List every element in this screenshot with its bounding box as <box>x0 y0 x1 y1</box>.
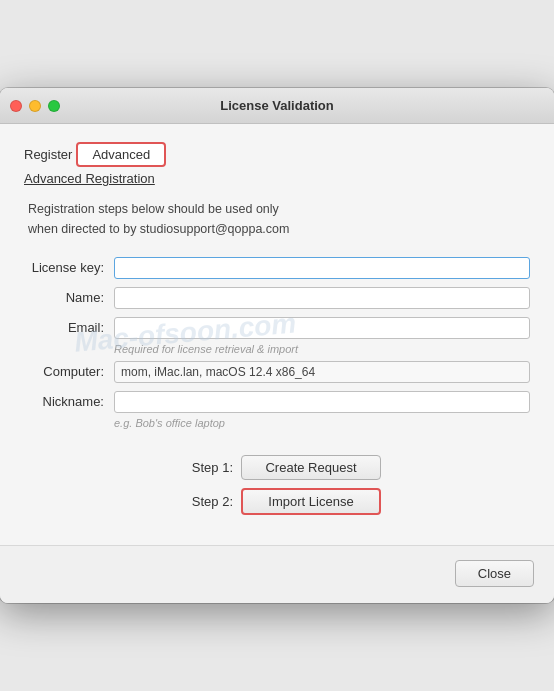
section-title: Advanced Registration <box>24 171 530 186</box>
license-key-input[interactable] <box>114 257 530 279</box>
register-label: Register <box>24 147 72 162</box>
maximize-traffic-light[interactable] <box>48 100 60 112</box>
step2-row: Step 2: Import License <box>173 488 381 515</box>
advanced-tab[interactable]: Advanced <box>76 142 166 167</box>
bottom-bar: Close <box>0 545 554 603</box>
form-container: Mac-ofsoon.com License key: Name: Email:… <box>24 257 530 439</box>
form-area: License key: Name: Email: Required for l… <box>24 257 530 439</box>
info-text: Registration steps below should be used … <box>24 200 530 239</box>
info-line1: Registration steps below should be used … <box>28 202 279 216</box>
computer-row: Computer: <box>24 361 530 383</box>
steps-area: Step 1: Create Request Step 2: Import Li… <box>24 455 530 515</box>
email-row: Email: <box>24 317 530 339</box>
nickname-label: Nickname: <box>24 394 114 409</box>
name-input[interactable] <box>114 287 530 309</box>
license-validation-window: License Validation Register Advanced Adv… <box>0 88 554 603</box>
name-label: Name: <box>24 290 114 305</box>
step1-label: Step 1: <box>173 460 233 475</box>
close-traffic-light[interactable] <box>10 100 22 112</box>
tabs-row: Register Advanced <box>24 142 530 167</box>
title-bar: License Validation <box>0 88 554 124</box>
step2-label: Step 2: <box>173 494 233 509</box>
main-content: Register Advanced Advanced Registration … <box>0 124 554 535</box>
window-title: License Validation <box>220 98 333 113</box>
license-key-row: License key: <box>24 257 530 279</box>
nickname-input[interactable] <box>114 391 530 413</box>
step1-row: Step 1: Create Request <box>173 455 381 480</box>
license-key-label: License key: <box>24 260 114 275</box>
create-request-button[interactable]: Create Request <box>241 455 381 480</box>
minimize-traffic-light[interactable] <box>29 100 41 112</box>
email-label: Email: <box>24 320 114 335</box>
computer-input <box>114 361 530 383</box>
computer-label: Computer: <box>24 364 114 379</box>
import-license-button[interactable]: Import License <box>241 488 381 515</box>
required-note: Required for license retrieval & import <box>114 343 530 355</box>
email-input[interactable] <box>114 317 530 339</box>
name-row: Name: <box>24 287 530 309</box>
nickname-row: Nickname: <box>24 391 530 413</box>
info-line2: when directed to by studiosupport@qoppa.… <box>28 222 289 236</box>
traffic-lights <box>10 100 60 112</box>
close-button[interactable]: Close <box>455 560 534 587</box>
nickname-hint: e.g. Bob's office laptop <box>114 417 530 429</box>
